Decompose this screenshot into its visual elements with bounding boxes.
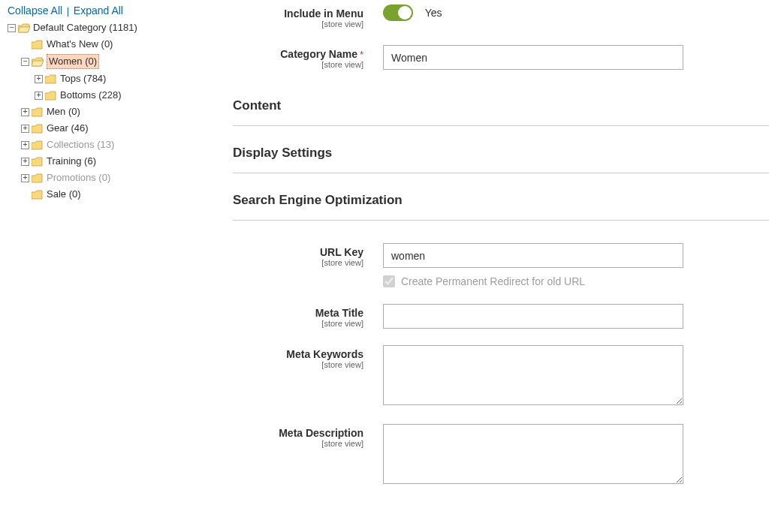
tree-node-training[interactable]: + Training (6)	[21, 153, 210, 170]
toggle-switch[interactable]	[383, 5, 413, 21]
folder-closed-icon	[32, 190, 44, 200]
field-control	[383, 424, 769, 486]
field-label-wrap: URL Key [store view]	[233, 243, 383, 287]
folder-closed-icon	[32, 124, 44, 134]
section-display-settings[interactable]: Display Settings	[233, 134, 769, 173]
field-meta-title: Meta Title [store view]	[233, 304, 769, 329]
tree-label[interactable]: Men (0)	[47, 105, 80, 119]
tree-node-women[interactable]: − Women (0)	[21, 53, 210, 71]
url-key-input[interactable]	[383, 243, 683, 268]
folder-closed-icon	[45, 91, 57, 101]
tree-label-selected[interactable]: Women (0)	[47, 54, 99, 69]
tree-node-gear[interactable]: + Gear (46)	[21, 120, 210, 137]
tree-node-tops[interactable]: + Tops (784)	[35, 71, 210, 87]
tree-label[interactable]: Bottoms (228)	[60, 89, 122, 102]
field-label: URL Key	[320, 246, 363, 258]
tree-label[interactable]: Default Category (1181)	[33, 21, 137, 35]
field-control: Create Permanent Redirect for old URL	[383, 243, 769, 287]
toggle-plus-icon[interactable]: +	[21, 125, 29, 133]
tree-node-bottoms[interactable]: + Bottoms (228)	[35, 87, 210, 104]
toggle-plus-icon[interactable]: +	[21, 174, 29, 182]
redirect-checkbox-row: Create Permanent Redirect for old URL	[383, 275, 709, 287]
field-control	[383, 45, 769, 70]
category-name-input[interactable]	[383, 45, 683, 70]
meta-description-input[interactable]	[383, 424, 683, 484]
field-meta-keywords: Meta Keywords [store view]	[233, 345, 769, 407]
toggle-plus-icon[interactable]: +	[35, 75, 43, 83]
redirect-checkbox	[383, 275, 395, 287]
folder-closed-icon	[32, 40, 44, 50]
category-form: Include in Menu [store view] Yes Categor…	[218, 0, 769, 532]
field-scope: [store view]	[233, 60, 363, 69]
folder-closed-icon	[32, 140, 44, 150]
tree-label[interactable]: Gear (46)	[47, 122, 89, 135]
field-url-key: URL Key [store view] Create Permanent Re…	[233, 243, 769, 287]
section-seo[interactable]: Search Engine Optimization	[233, 181, 769, 221]
tree-node-root[interactable]: − Default Category (1181)	[8, 20, 210, 36]
separator: |	[65, 5, 71, 17]
field-meta-description: Meta Description [store view]	[233, 424, 769, 486]
field-scope: [store view]	[233, 20, 363, 29]
toggle-minus-icon[interactable]: −	[8, 24, 16, 32]
section-content[interactable]: Content	[233, 86, 769, 126]
toggle-plus-icon[interactable]: +	[35, 92, 43, 100]
expand-all-link[interactable]: Expand All	[74, 5, 123, 17]
tree-node-whats-new[interactable]: What's New (0)	[21, 36, 210, 53]
folder-open-icon	[18, 23, 30, 33]
field-label: Meta Description	[279, 427, 363, 439]
tree-label[interactable]: Training (6)	[47, 155, 96, 168]
tree-label[interactable]: Sale (0)	[47, 188, 81, 201]
folder-closed-icon	[32, 173, 44, 183]
tree-label[interactable]: Collections (13)	[47, 138, 114, 152]
collapse-all-link[interactable]: Collapse All	[8, 5, 62, 17]
field-label: Include in Menu	[284, 8, 363, 20]
field-scope: [store view]	[233, 319, 363, 328]
field-category-name: Category Name* [store view]	[233, 45, 769, 70]
field-label-wrap: Meta Description [store view]	[233, 424, 383, 486]
meta-keywords-input[interactable]	[383, 345, 683, 405]
field-scope: [store view]	[233, 439, 363, 448]
toggle-blank	[21, 191, 29, 199]
tree-actions: Collapse All | Expand All	[8, 5, 210, 17]
folder-closed-icon	[45, 74, 57, 84]
tree-node-collections[interactable]: + Collections (13)	[21, 137, 210, 153]
category-tree: − Default Category (1181) What's New (0)…	[8, 20, 210, 203]
field-include-in-menu: Include in Menu [store view] Yes	[233, 5, 769, 29]
field-control: Yes	[383, 5, 769, 29]
category-tree-sidebar: Collapse All | Expand All − Default Cate…	[0, 0, 218, 532]
tree-node-sale[interactable]: Sale (0)	[21, 186, 210, 203]
field-control	[383, 304, 769, 329]
field-label: Category Name	[280, 48, 357, 60]
folder-closed-icon	[32, 107, 44, 117]
field-label: Meta Keywords	[286, 348, 363, 360]
tree-label[interactable]: Tops (784)	[60, 72, 106, 86]
field-scope: [store view]	[233, 360, 363, 369]
folder-closed-icon	[32, 157, 44, 167]
toggle-plus-icon[interactable]: +	[21, 141, 29, 149]
field-label-wrap: Meta Title [store view]	[233, 304, 383, 329]
folder-open-icon	[32, 57, 44, 67]
field-control	[383, 345, 769, 407]
tree-label[interactable]: Promotions (0)	[47, 171, 110, 185]
redirect-label: Create Permanent Redirect for old URL	[401, 275, 585, 287]
tree-node-men[interactable]: + Men (0)	[21, 104, 210, 120]
toggle-plus-icon[interactable]: +	[21, 158, 29, 166]
toggle-blank	[21, 41, 29, 49]
field-label: Meta Title	[315, 307, 363, 319]
toggle-value: Yes	[425, 7, 442, 19]
toggle-plus-icon[interactable]: +	[21, 108, 29, 116]
field-label-wrap: Meta Keywords [store view]	[233, 345, 383, 407]
tree-label[interactable]: What's New (0)	[47, 38, 113, 51]
toggle-minus-icon[interactable]: −	[21, 58, 29, 66]
tree-node-promotions[interactable]: + Promotions (0)	[21, 170, 210, 186]
required-icon: *	[360, 49, 363, 60]
meta-title-input[interactable]	[383, 304, 683, 329]
field-scope: [store view]	[233, 258, 363, 267]
field-label-wrap: Include in Menu [store view]	[233, 5, 383, 29]
field-label-wrap: Category Name* [store view]	[233, 45, 383, 70]
